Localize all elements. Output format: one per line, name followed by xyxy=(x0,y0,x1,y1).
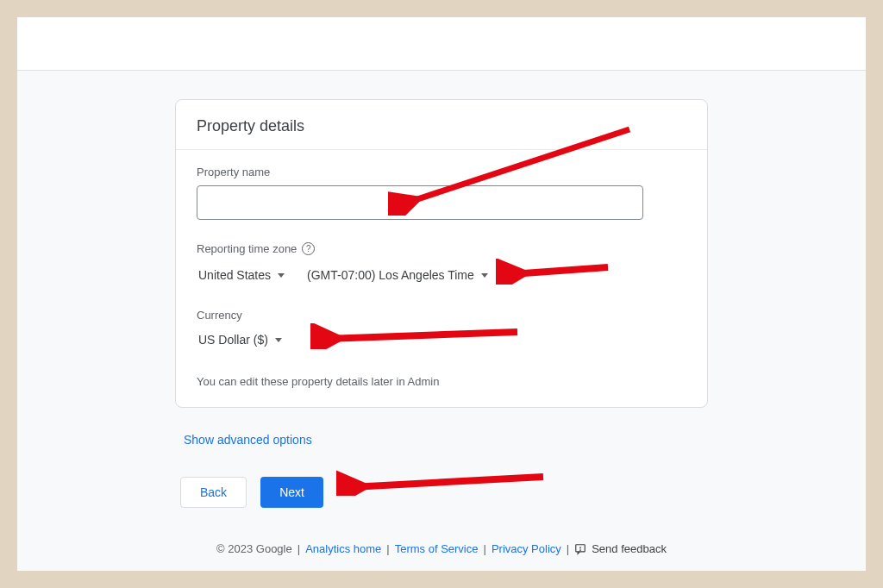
currency-label: Currency xyxy=(197,309,686,322)
caret-down-icon xyxy=(278,273,285,278)
timezone-label: Reporting time zone ? xyxy=(197,242,686,255)
next-button[interactable]: Next xyxy=(260,477,323,508)
caret-down-icon xyxy=(481,273,488,278)
analytics-home-link[interactable]: Analytics home xyxy=(305,542,381,555)
copyright-text: © 2023 Google xyxy=(216,542,292,555)
terms-link[interactable]: Terms of Service xyxy=(395,542,479,555)
card-title: Property details xyxy=(197,117,686,135)
show-advanced-link[interactable]: Show advanced options xyxy=(175,433,312,447)
advanced-options-row: Show advanced options xyxy=(175,432,708,447)
property-name-input[interactable] xyxy=(197,185,643,220)
privacy-link[interactable]: Privacy Policy xyxy=(492,542,561,555)
help-icon[interactable]: ? xyxy=(302,242,315,255)
currency-dropdown[interactable]: US Dollar ($) xyxy=(197,328,284,351)
svg-point-2 xyxy=(580,549,581,550)
timezone-country-dropdown[interactable]: United States xyxy=(197,264,286,286)
back-button[interactable]: Back xyxy=(180,477,247,508)
hint-text: You can edit these property details late… xyxy=(197,375,686,388)
property-details-card: Property details Property name Reporting… xyxy=(175,99,708,408)
footer: © 2023 Google | Analytics home | Terms o… xyxy=(175,542,708,555)
caret-down-icon xyxy=(275,338,282,342)
top-bar xyxy=(17,17,866,71)
timezone-zone-dropdown[interactable]: (GMT-07:00) Los Angeles Time xyxy=(305,264,490,286)
send-feedback-link[interactable]: Send feedback xyxy=(592,542,667,555)
property-name-label: Property name xyxy=(197,166,686,178)
feedback-icon xyxy=(574,543,586,555)
